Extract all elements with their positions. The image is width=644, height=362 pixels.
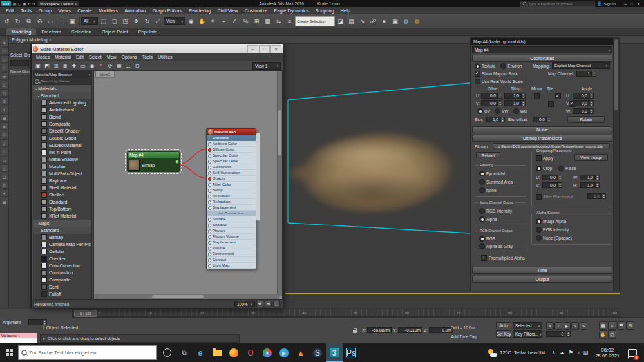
node-view[interactable]: View1 Map #4 Bitmap Material #48: [93, 71, 283, 300]
signin-button[interactable]: Sign In: [603, 2, 616, 6]
jitter-field[interactable]: 1,0: [587, 193, 601, 199]
browser-list-item[interactable]: - Standard: [33, 92, 91, 99]
u-tiling-spinner[interactable]: [521, 93, 526, 99]
toolbar-icon[interactable]: ↻: [142, 15, 153, 26]
pan-tool-button[interactable]: ✥: [256, 301, 263, 307]
slate-toolbar-icon[interactable]: ✚: [70, 62, 79, 70]
side-tool-icon[interactable]: ◻: [1, 173, 8, 180]
slot-socket-icon[interactable]: [208, 206, 212, 210]
side-tool-icon[interactable]: △: [1, 81, 8, 88]
toolbar-icon[interactable]: %: [240, 15, 251, 26]
scene-explorer-name-column[interactable]: Name (Sorted Ascending): [9, 69, 30, 75]
alpha-radio-option[interactable]: RGB Intensity: [536, 227, 572, 233]
status-mini-button[interactable]: ✋: [599, 330, 607, 339]
browser-list-item[interactable]: Shell Material: [33, 184, 91, 191]
toolbar-icon[interactable]: ↻: [12, 15, 23, 26]
y-coordinate-field[interactable]: -0,313m: [398, 327, 422, 333]
toolbar-icon[interactable]: ⤢: [153, 15, 164, 26]
material-slot[interactable]: Specular Color: [207, 153, 256, 158]
crop-w-field[interactable]: 1,0: [580, 175, 595, 180]
toolbar-icon[interactable]: ✋: [196, 15, 207, 26]
task-view-button[interactable]: ⧉: [176, 343, 192, 362]
slot-socket-icon[interactable]: [208, 166, 212, 169]
slate-window-control[interactable]: ─: [247, 45, 258, 53]
browser-list-item[interactable]: XRef Material: [33, 213, 91, 220]
slot-socket-icon[interactable]: [208, 241, 212, 245]
quick-access-icon[interactable]: ↶: [28, 1, 31, 6]
u-offset-field[interactable]: 0,0: [481, 93, 498, 99]
toolbar-icon[interactable]: ☍: [368, 15, 379, 26]
ribbon-tab[interactable]: Selection: [66, 28, 97, 35]
browser-list-item[interactable]: Cellular: [33, 248, 91, 255]
slate-toolbar-icon[interactable]: ▦: [115, 62, 124, 70]
browser-list-item[interactable]: - Standard: [33, 227, 91, 234]
crop-v-spinner[interactable]: [558, 182, 562, 188]
slate-menu-item[interactable]: View: [104, 55, 118, 59]
map-channel-spinner[interactable]: [592, 71, 596, 77]
rollout-output[interactable]: Output: [472, 276, 612, 283]
params-navigator[interactable]: Map #4: [472, 46, 612, 53]
side-tool-icon[interactable]: ⌖: [1, 189, 8, 197]
toolbar-icon[interactable]: ⌁: [218, 15, 229, 26]
menu-item[interactable]: Views: [55, 8, 74, 14]
slot-socket-icon[interactable]: [208, 154, 212, 158]
angle-w-spinner[interactable]: [589, 108, 594, 114]
browser-list-item[interactable]: Advanced Lighting...: [33, 99, 91, 106]
slot-socket-icon[interactable]: [208, 177, 212, 181]
scene-explorer-menu-display[interactable]: Display: [24, 53, 31, 57]
premultiplied-alpha-checkbox[interactable]: [481, 255, 487, 261]
v-offset-spinner[interactable]: [498, 100, 502, 106]
rollout-bitmap-parameters[interactable]: Bitmap Parameters: [472, 135, 612, 142]
tray-icon[interactable]: ♪: [577, 350, 580, 356]
track-bar[interactable]: 0 / 100 0102030405060708090100: [72, 309, 620, 317]
menu-item[interactable]: Edit: [3, 8, 17, 14]
rollout-coordinates[interactable]: Coordinates: [472, 55, 612, 62]
filtering-radio-option[interactable]: Pyramidal: [479, 171, 513, 176]
toolbar-icon[interactable]: ◉: [185, 15, 196, 26]
taskbar-app-button[interactable]: e: [192, 343, 209, 362]
slot-socket-icon[interactable]: [208, 200, 212, 204]
weather-widget[interactable]: 12°C Teilw. bewölkt: [484, 343, 549, 362]
side-tool-icon[interactable]: ✛: [1, 122, 8, 130]
slate-menu-item[interactable]: Select: [86, 55, 104, 59]
ribbon-tab[interactable]: Populate: [133, 28, 163, 35]
slate-toolbar-icon[interactable]: ◉: [88, 62, 97, 70]
taskbar-app-button[interactable]: [225, 343, 242, 362]
u-offset-spinner[interactable]: [498, 93, 502, 99]
material-slot[interactable]: Ambient Color: [207, 141, 256, 147]
browser-list-item[interactable]: EDDeckMaterial: [33, 142, 91, 149]
side-tool-icon[interactable]: ○: [1, 148, 8, 155]
slot-socket-icon[interactable]: [208, 189, 212, 193]
quick-access-icon[interactable]: ▢: [18, 1, 22, 6]
argument-field[interactable]: [28, 319, 43, 325]
menu-item[interactable]: Tools: [17, 8, 35, 14]
mono-radio-option[interactable]: RGB Intensity: [479, 208, 512, 214]
playback-button[interactable]: ‹: [554, 322, 562, 330]
quick-access-icon[interactable]: ▤: [13, 1, 17, 6]
material-slot[interactable]: Reflection: [207, 193, 256, 199]
browser-list-item[interactable]: DirectX Shader: [33, 128, 91, 135]
browser-list-item[interactable]: Standard: [33, 198, 91, 205]
browser-list-item[interactable]: ColorCorrection: [33, 262, 91, 269]
tray-icon[interactable]: ⚑: [569, 350, 573, 356]
map-node[interactable]: Map #4 Bitmap: [127, 151, 180, 172]
window-control-button[interactable]: □: [630, 2, 633, 6]
v-tiling-field[interactable]: 1,0: [504, 100, 521, 106]
zoom-dropdown[interactable]: 100%: [234, 301, 255, 307]
menu-item[interactable]: Help: [337, 8, 354, 14]
toolbar-icon[interactable]: ↺: [1, 15, 12, 26]
material-slot[interactable]: Light Map: [207, 263, 256, 269]
material-slot[interactable]: Self-Illumination: [207, 170, 256, 176]
browser-list-item[interactable]: Double Sided: [33, 135, 91, 142]
cortana-button[interactable]: [157, 343, 176, 362]
menu-item[interactable]: Eagle Dynamics: [270, 8, 312, 14]
side-tool-icon[interactable]: ⊙: [1, 181, 8, 189]
slate-toolbar-icon[interactable]: ≣: [61, 62, 70, 70]
radio-option[interactable]: Environ: [500, 63, 522, 69]
material-node-scrollbar[interactable]: [256, 133, 261, 221]
slate-toolbar-icon[interactable]: ⊟: [133, 62, 142, 70]
time-slider-thumb[interactable]: 0 / 100: [74, 310, 97, 317]
toolbar-icon[interactable]: ☰: [56, 15, 67, 26]
toolbar-icon[interactable]: ▤: [346, 15, 357, 26]
tray-icon[interactable]: ☁: [560, 350, 565, 356]
